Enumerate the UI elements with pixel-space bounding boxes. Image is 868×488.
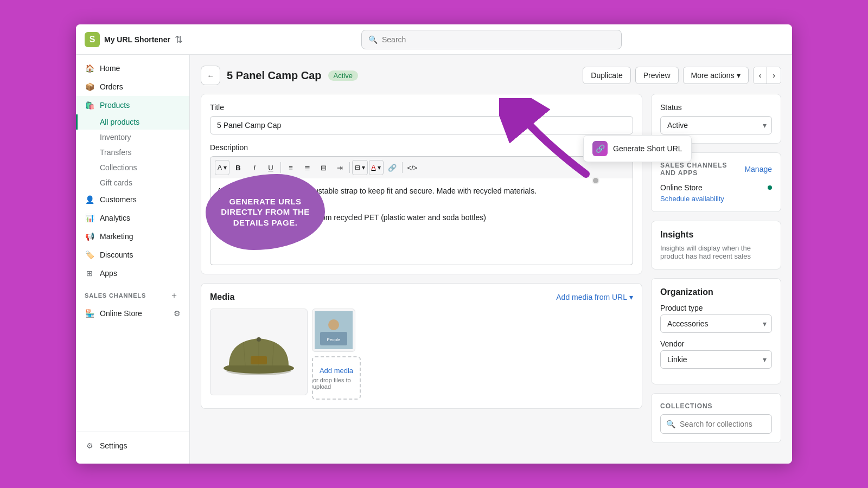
rte-paragraph-select[interactable]: A ▾ (215, 160, 229, 175)
sidebar-item-discounts-label: Discounts (100, 251, 133, 259)
sidebar-subitem-inventory[interactable]: Inventory (76, 130, 189, 145)
store-switcher-icon[interactable]: ⇅ (175, 34, 183, 46)
left-column: Title Description A ▾ B I (201, 94, 642, 453)
sidebar-subitem-all-products-label: All products (100, 118, 139, 126)
marketing-icon: 📢 (85, 232, 94, 241)
sidebar-item-discounts[interactable]: 🏷️ Discounts (76, 246, 189, 264)
content-wrapper: 🔗 Generate Short URL GENE (190, 55, 792, 464)
manage-link[interactable]: Manage (744, 165, 772, 174)
rte-bold-button[interactable]: B (231, 160, 246, 175)
search-bar: 🔍 (361, 30, 622, 49)
orders-icon: 📦 (85, 82, 94, 92)
next-product-button[interactable]: › (767, 67, 781, 84)
sidebar-footer: ⚙ Settings (76, 432, 189, 459)
hat-svg (218, 319, 299, 384)
collections-card: COLLECTIONS 🔍 (651, 393, 781, 443)
insights-text: Insights will display when the product h… (660, 244, 772, 260)
organization-card: Organization Product type Accessories ▾ (651, 278, 781, 384)
vendor-select[interactable]: Linkie (660, 350, 772, 369)
sidebar-item-orders[interactable]: 📦 Orders (76, 78, 189, 96)
top-bar: S My URL Shortener ⇅ 🔍 (76, 24, 792, 55)
bullet-3: Embossed leather patch (228, 226, 626, 237)
svg-point-6 (328, 319, 339, 330)
settings-icon: ⚙ (85, 441, 94, 451)
status-select-wrap: Active Draft ▾ (660, 116, 772, 134)
rte-toolbar: A ▾ B I U ≡ ≣ ⊟ ⇥ (210, 156, 633, 178)
product-type-select[interactable]: Accessories (660, 314, 772, 333)
home-icon: 🏠 (85, 63, 94, 73)
rte-source-button[interactable]: </> (405, 160, 420, 175)
bullet-2: 7oz Eco-Twill fabric made from recycled … (228, 211, 626, 223)
more-actions-button[interactable]: More actions ▾ (683, 67, 749, 84)
svg-text:People: People (327, 337, 341, 342)
sidebar-item-home[interactable]: 🏠 Home (76, 59, 189, 78)
duplicate-button[interactable]: Duplicate (583, 67, 630, 84)
sidebar-subitem-gift-cards[interactable]: Gift cards (76, 175, 189, 190)
sidebar-item-settings-label: Settings (100, 441, 127, 450)
sidebar-item-apps[interactable]: ⊞ Apps (76, 264, 189, 282)
status-select[interactable]: Active Draft (660, 116, 772, 134)
sidebar-item-marketing-label: Marketing (100, 232, 133, 241)
product-details-card: Title Description A ▾ B I (201, 94, 642, 274)
media-grid: People Add media or drop files to upload (210, 309, 633, 400)
chevron-down-icon-media: ▾ (629, 293, 633, 301)
main-product-image[interactable] (210, 309, 308, 395)
sidebar-subitem-transfers[interactable]: Transfers (76, 145, 189, 160)
rte-underline-button[interactable]: U (263, 160, 278, 175)
sidebar-subitem-gift-cards-label: Gift cards (100, 178, 132, 187)
upload-text: Add media (320, 367, 353, 375)
status-badge: Active (328, 70, 358, 81)
collections-title: COLLECTIONS (660, 402, 772, 410)
add-sales-channel-button[interactable]: ＋ (168, 289, 181, 302)
rte-divider-1 (280, 162, 281, 173)
rte-link-button[interactable]: 🔗 (385, 160, 400, 175)
sidebar-subitem-all-products[interactable]: All products (76, 114, 189, 130)
sidebar-item-apps-label: Apps (100, 269, 117, 278)
svg-rect-3 (251, 356, 267, 364)
back-button[interactable]: ← (201, 66, 220, 85)
add-media-url-button[interactable]: Add media from URL ▾ (556, 293, 633, 301)
sidebar-item-settings[interactable]: ⚙ Settings (76, 436, 189, 455)
rte-indent-button[interactable]: ⇥ (332, 160, 347, 175)
sidebar-item-analytics-label: Analytics (100, 214, 130, 222)
organization-title: Organization (660, 287, 772, 297)
store-name: My URL Shortener (104, 35, 170, 44)
search-icon: 🔍 (368, 35, 378, 44)
rte-ordered-list-button[interactable]: ≣ (299, 160, 315, 175)
vendor-select-wrap: Linkie ▾ (660, 350, 772, 369)
media-header: Media Add media from URL ▾ (210, 292, 633, 302)
rte-color-button[interactable]: A ▾ (368, 160, 384, 175)
product-thumb-1[interactable]: People (312, 309, 355, 352)
media-upload-area[interactable]: Add media or drop files to upload (312, 356, 361, 400)
discounts-icon: 🏷️ (85, 250, 94, 260)
sidebar-subitem-collections[interactable]: Collections (76, 160, 189, 175)
sidebar-item-analytics[interactable]: 📊 Analytics (76, 209, 189, 227)
online-store-label: Online Store (660, 183, 703, 192)
preview-button[interactable]: Preview (635, 67, 679, 84)
rte-content[interactable]: A classic 5 panel hat with adjustable st… (210, 178, 633, 265)
title-label: Title (210, 103, 633, 112)
collections-search: 🔍 (660, 414, 772, 434)
schedule-availability-link[interactable]: Schedule availability (660, 195, 724, 203)
collections-search-input[interactable] (680, 420, 775, 428)
more-actions-dropdown: 🔗 Generate Short URL (583, 135, 692, 162)
generate-short-url-item[interactable]: 🔗 Generate Short URL (584, 136, 691, 162)
sales-channels-header: SALES CHANNELS AND APPS Manage (660, 162, 772, 177)
sidebar-item-orders-label: Orders (100, 82, 123, 91)
nav-arrows: ‹ › (753, 67, 781, 84)
sidebar-item-online-store[interactable]: 🏪 Online Store ⚙ (76, 304, 189, 323)
sidebar-item-products-label: Products (100, 101, 130, 110)
rte-italic-button[interactable]: I (247, 160, 262, 175)
online-store-settings-icon[interactable]: ⚙ (174, 309, 181, 318)
rte-unordered-list-button[interactable]: ≡ (283, 160, 298, 175)
sidebar-item-marketing[interactable]: 📢 Marketing (76, 227, 189, 246)
search-input[interactable] (382, 35, 615, 44)
sidebar-item-products[interactable]: 🛍️ Products (76, 96, 189, 114)
media-label: Media (210, 292, 234, 302)
sidebar-item-customers[interactable]: 👤 Customers (76, 190, 189, 209)
rte-align-button[interactable]: ⊟ (316, 160, 331, 175)
product-title-input[interactable] (210, 116, 633, 134)
sidebar-item-customers-label: Customers (100, 195, 137, 204)
prev-product-button[interactable]: ‹ (754, 67, 768, 84)
rte-align-left-button[interactable]: ⊟ ▾ (352, 160, 367, 175)
